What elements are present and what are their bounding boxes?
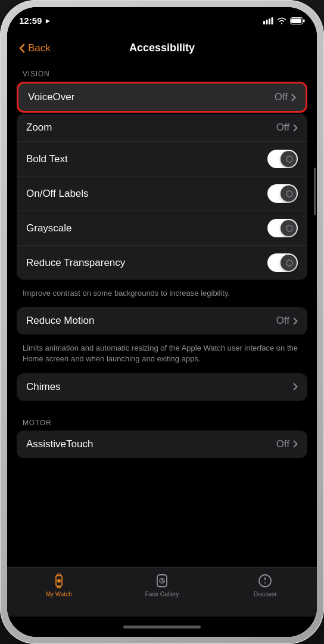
svg-rect-5 [303, 19, 305, 22]
notch [123, 7, 201, 25]
reduce-motion-value: Off [276, 315, 298, 327]
grayscale-toggle[interactable] [267, 219, 298, 237]
voiceover-label: VoiceOver [28, 91, 74, 103]
tab-face-gallery[interactable]: Face Gallery [110, 572, 213, 597]
tab-face-gallery-label: Face Gallery [145, 591, 179, 597]
bold-text-row[interactable]: Bold Text [17, 142, 307, 177]
assistivetouch-status: Off [276, 438, 289, 450]
chimes-chevron-icon [293, 383, 298, 391]
zoom-label: Zoom [26, 122, 52, 134]
bold-text-label: Bold Text [26, 153, 68, 165]
tab-my-watch[interactable]: My Watch [7, 572, 110, 597]
grayscale-row[interactable]: Grayscale [17, 211, 307, 246]
location-icon: ► [44, 17, 51, 25]
reduce-transparency-toggle-o [286, 259, 293, 267]
nav-header: Back Accessibility [7, 37, 317, 60]
status-time: 12:59 ► [19, 16, 51, 26]
scroll-thumb [314, 168, 316, 215]
transparency-hint: Improve contrast on some backgrounds to … [17, 283, 307, 307]
home-indicator [7, 617, 317, 637]
reduce-transparency-row[interactable]: Reduce Transparency [17, 246, 307, 280]
reduce-motion-chevron-icon [293, 317, 298, 325]
tab-discover[interactable]: Discover [214, 572, 317, 597]
motor-group: AssistiveTouch Off [17, 431, 307, 458]
reduce-transparency-toggle[interactable] [267, 253, 298, 272]
signal-icon [263, 17, 273, 24]
wifi-icon [277, 17, 286, 24]
battery-icon [290, 17, 305, 24]
assistivetouch-row[interactable]: AssistiveTouch Off [17, 431, 307, 458]
watch-face-icon [154, 573, 170, 589]
reduce-transparency-label: Reduce Transparency [26, 257, 125, 269]
svg-marker-16 [264, 577, 266, 580]
home-bar [123, 626, 201, 628]
my-watch-icon [51, 572, 67, 589]
onoff-labels-toggle-o [286, 190, 293, 197]
grayscale-toggle-o [286, 225, 293, 232]
assistivetouch-value: Off [276, 438, 298, 450]
voiceover-value: Off [275, 91, 296, 103]
chimes-label: Chimes [26, 381, 61, 393]
reduce-motion-row[interactable]: Reduce Motion Off [17, 307, 307, 335]
grayscale-label: Grayscale [26, 222, 72, 234]
scroll-track [314, 168, 316, 513]
bold-text-toggle-o [286, 156, 293, 163]
bottom-spacer [17, 462, 307, 473]
back-chevron-icon [19, 44, 25, 53]
svg-rect-0 [263, 21, 265, 24]
compass-icon [257, 573, 273, 589]
content-area: VISION VoiceOver Off Zoom [7, 60, 317, 567]
svg-rect-3 [272, 17, 273, 24]
voiceover-chevron-icon [291, 94, 296, 101]
motor-section-header: MOTOR [17, 409, 307, 431]
back-button[interactable]: Back [19, 42, 51, 54]
zoom-value: Off [276, 122, 298, 134]
reduce-motion-group: Reduce Motion Off [17, 307, 307, 335]
screen: 12:59 ► [7, 7, 317, 637]
tab-my-watch-label: My Watch [46, 591, 72, 597]
tab-bar: My Watch Face Gallery [7, 567, 317, 617]
zoom-row[interactable]: Zoom Off [17, 114, 307, 142]
assistivetouch-chevron-icon [293, 440, 298, 448]
reduce-motion-status: Off [276, 315, 289, 327]
page-title: Accessibility [129, 42, 195, 54]
zoom-chevron-icon [293, 124, 298, 132]
onoff-labels-row[interactable]: On/Off Labels [17, 177, 307, 211]
bold-text-toggle[interactable] [267, 150, 298, 168]
vision-settings-group: Zoom Off Bold Text [17, 114, 307, 280]
discover-icon [257, 572, 273, 589]
zoom-status: Off [276, 122, 289, 134]
svg-rect-9 [57, 574, 61, 576]
chimes-right [293, 383, 298, 391]
time-display: 12:59 [19, 16, 42, 26]
phone-frame: 12:59 ► [0, 0, 324, 644]
chimes-group: Chimes [17, 373, 307, 401]
status-bar-area: 12:59 ► [7, 7, 317, 37]
status-icons [263, 17, 305, 24]
vision-section-header: VISION [17, 60, 307, 82]
face-gallery-icon [154, 572, 170, 589]
reduce-motion-label: Reduce Motion [26, 315, 94, 327]
onoff-labels-toggle[interactable] [267, 184, 298, 203]
phone-screen: 12:59 ► [7, 7, 317, 637]
reduce-motion-hint: Limits animation and automatic resizing … [17, 338, 307, 373]
svg-rect-2 [269, 18, 270, 24]
svg-rect-6 [291, 18, 301, 23]
voiceover-status: Off [275, 91, 288, 103]
svg-line-14 [162, 581, 164, 582]
svg-rect-10 [57, 586, 61, 588]
svg-point-8 [57, 579, 61, 583]
tab-discover-label: Discover [254, 591, 277, 597]
voiceover-row[interactable]: VoiceOver Off [17, 82, 307, 113]
back-label: Back [28, 42, 51, 54]
svg-marker-17 [264, 581, 266, 585]
onoff-labels-label: On/Off Labels [26, 188, 89, 200]
svg-rect-1 [266, 20, 268, 24]
chimes-row[interactable]: Chimes [17, 373, 307, 401]
watch-icon [51, 573, 67, 589]
assistivetouch-label: AssistiveTouch [26, 438, 93, 450]
